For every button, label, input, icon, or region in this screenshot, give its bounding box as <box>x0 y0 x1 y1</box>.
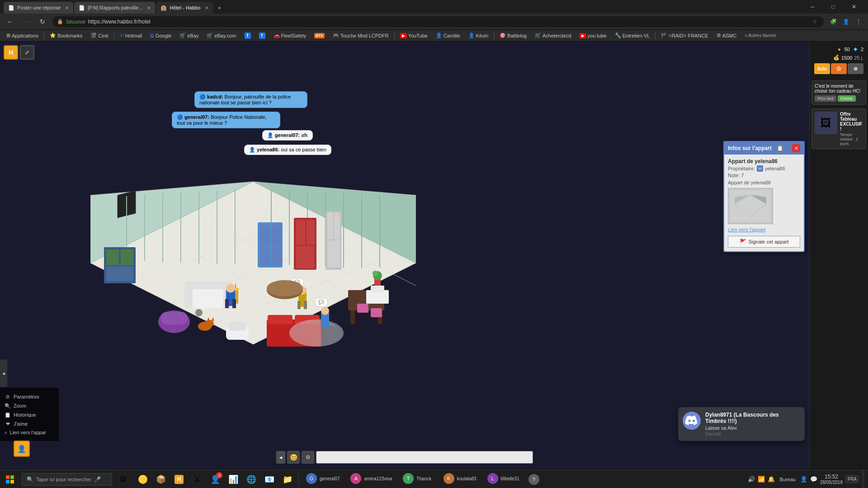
bookmark-cine[interactable]: 🎬Ciné <box>88 32 111 39</box>
forward-button[interactable]: → <box>20 15 33 28</box>
maximize-button[interactable]: □ <box>823 0 844 14</box>
general07-label: general07 <box>320 476 340 481</box>
taskbar-search[interactable]: 🔍 Taper ici pour rechercher 🎤 <box>22 473 112 486</box>
battery-icon[interactable]: 🔔 <box>768 476 775 483</box>
bookmark-google[interactable]: GGoogle <box>147 32 174 39</box>
language-badge[interactable]: FRA <box>845 475 859 483</box>
report-room-button[interactable]: 🚩 Signale cet appart <box>728 236 800 248</box>
bookmark-kevin[interactable]: 👤Kévin <box>466 32 491 39</box>
tab2-close[interactable]: ✕ <box>147 5 151 10</box>
tab-1[interactable]: 📄 Poster une réponse ✕ <box>4 2 73 14</box>
tab-3-active[interactable]: 🏨 Hôtel - Habbo ✕ <box>156 2 213 14</box>
bookmark-youtube[interactable]: ▶YouTube <box>397 32 430 39</box>
app-browser[interactable]: 🌐 <box>242 470 260 488</box>
bookmark-fb2[interactable]: f <box>256 32 268 40</box>
left-panel-params[interactable]: ⚙ Paramètres <box>5 392 54 401</box>
taskbar-general07[interactable]: G general07 <box>301 471 345 488</box>
system-clock[interactable]: 15:52 28/05/2018 <box>820 474 843 485</box>
more-icon: » Autres favoris <box>745 33 776 38</box>
minimize-button[interactable]: ─ <box>802 0 823 14</box>
avatar-icon-bottom[interactable]: 👤 <box>14 441 30 457</box>
info-panel-heart-icon[interactable]: ♡ <box>785 145 790 151</box>
app-chart[interactable]: 📊 <box>224 470 242 488</box>
app-user-badge[interactable]: 👤 3 <box>206 470 224 488</box>
app-mail[interactable]: 📧 <box>260 470 278 488</box>
svg-rect-36 <box>259 225 270 247</box>
discord-source: Discord <box>705 432 800 436</box>
bookmark-ebay2-label: eBay.com <box>214 33 236 38</box>
bookmark-bookmarks[interactable]: ⭐Bookmarks <box>47 32 85 39</box>
left-panel-like[interactable]: ❤ J'aime <box>5 419 54 428</box>
bookmark-8tv[interactable]: 8TV <box>311 32 327 39</box>
help-button[interactable]: Aide <box>814 63 830 74</box>
chat-emoji-button[interactable]: 😊 <box>287 451 300 464</box>
app-boxes[interactable]: 📦 <box>152 470 170 488</box>
show-desktop-button[interactable] <box>862 470 864 488</box>
left-panel-link[interactable]: » Lien vers l'appar <box>5 428 54 436</box>
info-panel-copy-icon[interactable]: 📋 <box>777 145 783 151</box>
taskbar-koulala[interactable]: K koulala83 <box>438 471 482 488</box>
desktop-label[interactable]: Bureau <box>778 477 797 482</box>
taskbar-lilibelle[interactable]: L lilibelle31 <box>482 471 525 488</box>
chat-input[interactable] <box>316 451 533 464</box>
extensions-button[interactable]: 🧩 <box>827 16 839 28</box>
settings-button[interactable]: ⚙ <box>848 63 863 74</box>
new-tab-button[interactable]: + <box>214 2 225 14</box>
habbo-expand-button[interactable]: ⤢ <box>20 45 34 60</box>
orange-button[interactable]: ☆ <box>831 63 847 74</box>
room-isometric: 💬 💬 <box>90 159 416 349</box>
network-icon[interactable]: 🔊 <box>748 476 755 483</box>
close-button[interactable]: ✕ <box>844 0 864 14</box>
tab1-close[interactable]: ✕ <box>65 5 69 10</box>
volume-icon[interactable]: 📶 <box>758 476 765 483</box>
start-button[interactable] <box>0 470 20 488</box>
app-sword[interactable]: ⚔ <box>188 470 206 488</box>
bookmark-youtube2[interactable]: ▶you tube <box>577 32 609 39</box>
bookmark-asmc[interactable]: ⚙ASMC <box>714 32 740 39</box>
app-yellow[interactable]: 🟡 <box>134 470 152 488</box>
bookmark-applications[interactable]: ⊞Applications <box>4 32 41 39</box>
refresh-button[interactable]: ↻ <box>36 15 49 28</box>
bookmark-ebay2[interactable]: 🛒eBay.com <box>204 32 239 39</box>
svg-rect-25 <box>106 249 119 265</box>
tab-2[interactable]: 📄 [P.N] Rapports patroille... ✕ <box>74 2 155 14</box>
room-link[interactable]: Lien vers l'appart <box>728 227 800 232</box>
left-panel-history[interactable]: 📋 Historique <box>5 410 54 419</box>
info-panel-close-button[interactable]: ✕ <box>792 144 800 152</box>
bookmark-raid[interactable]: 🏴=RAID= FRANCE <box>658 32 711 39</box>
bookmark-url-button[interactable]: ☆ <box>810 17 819 26</box>
bookmark-entretien[interactable]: 🔧Entretien VL <box>612 32 653 39</box>
menu-button[interactable]: ⋮ <box>853 16 864 28</box>
gift-later-button[interactable]: Plus tard <box>815 95 836 102</box>
left-panel-zoom[interactable]: 🔍 Zoom <box>5 401 54 410</box>
gift-choose-button[interactable]: Choisir <box>838 95 856 102</box>
bookmark-fleetsafety[interactable]: 🚗FleetSafety <box>271 32 309 39</box>
bookmark-fb1[interactable]: f <box>242 32 254 40</box>
taskbar-amina[interactable]: A amina123viva <box>345 471 397 488</box>
app-folder[interactable]: 📁 <box>278 470 297 488</box>
task-view-icon: ⧉ <box>120 474 126 484</box>
bookmark-touche-mod[interactable]: 🎮Touche Mod LCPDFR <box>330 32 392 39</box>
speak-icon[interactable]: 💬 <box>810 476 817 483</box>
bookmark-ebay1[interactable]: 🛒eBay <box>177 32 201 39</box>
ebay2-icon: 🛒 <box>207 33 213 38</box>
bookmark-camille[interactable]: 👤Camille <box>433 32 463 39</box>
taskbar-thanck[interactable]: T Thanck. <box>397 471 438 488</box>
habbo-home-button[interactable]: H <box>4 45 18 60</box>
bookmark-acheter[interactable]: 🛒Acheterclecd <box>532 32 574 39</box>
user-profile-button[interactable]: 👤 <box>840 16 852 28</box>
chat-avatar-3: 👤 <box>267 132 275 138</box>
url-bar[interactable]: 🔒 Sécurisé https://www.habbo.fr/hotel ☆ <box>52 16 824 27</box>
app-habbo[interactable]: H <box>170 470 188 488</box>
bookmark-battlelog[interactable]: 🎯Battlelog <box>497 32 529 39</box>
left-nav-arrow[interactable]: ◄ <box>0 360 7 387</box>
bookmark-hotmail[interactable]: ✉Hotmail <box>117 32 145 39</box>
taskbar-unknown-avatar[interactable]: ? <box>525 470 543 488</box>
chat-settings-button[interactable]: ⚙ <box>302 451 314 464</box>
chat-arrow-button[interactable]: ◄ <box>276 451 285 464</box>
back-button[interactable]: ← <box>4 15 16 28</box>
bookmark-more[interactable]: » Autres favoris <box>742 32 778 39</box>
person-icon[interactable]: 👤 <box>800 476 807 483</box>
task-view-button[interactable]: ⧉ <box>114 470 132 488</box>
tab3-close[interactable]: ✕ <box>205 5 208 10</box>
